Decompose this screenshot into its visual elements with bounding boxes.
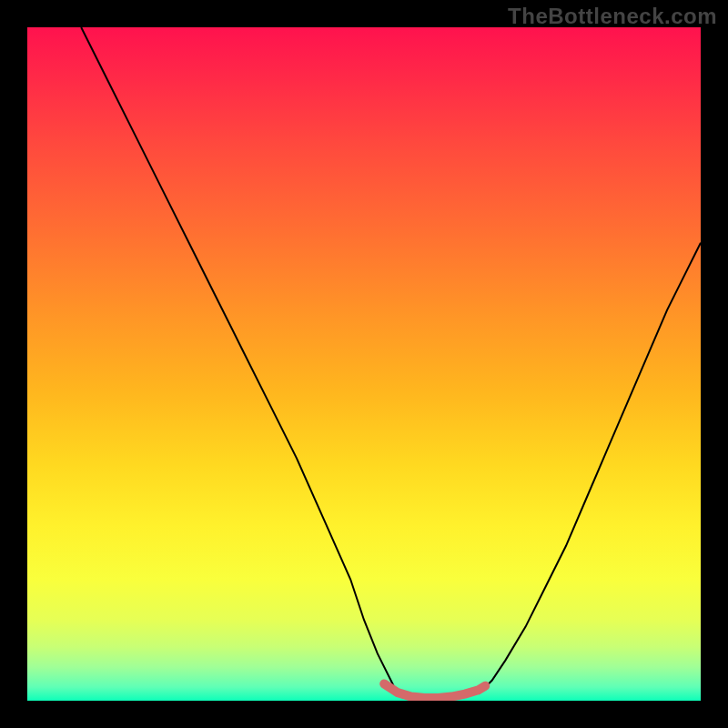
curve-left-branch	[81, 27, 398, 694]
curve-layer	[27, 27, 701, 701]
chart-frame: TheBottleneck.com	[0, 0, 728, 728]
watermark-text: TheBottleneck.com	[508, 4, 717, 29]
plot-area	[27, 27, 701, 701]
curve-valley-highlight	[384, 684, 485, 699]
curve-right-branch	[479, 243, 701, 694]
